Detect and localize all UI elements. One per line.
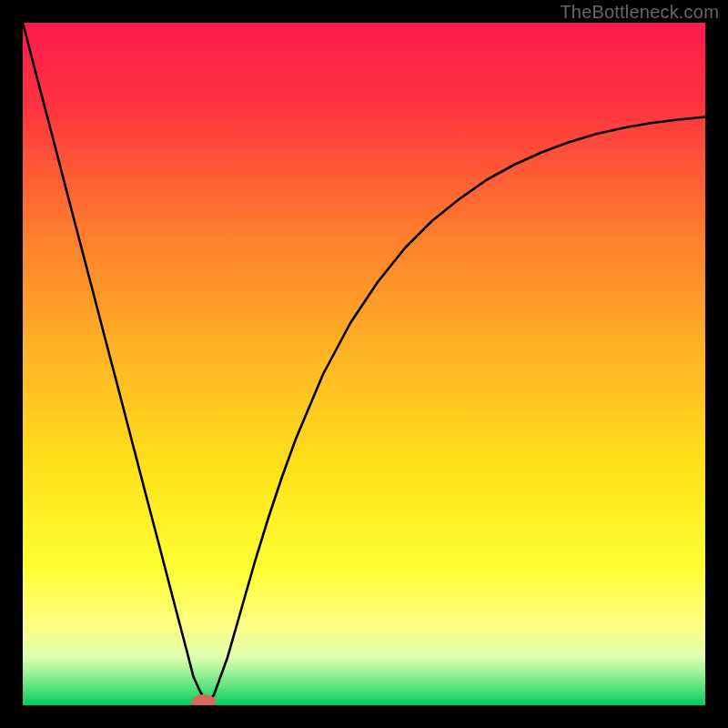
bottleneck-chart <box>23 23 705 705</box>
watermark-label: TheBottleneck.com <box>560 2 719 23</box>
chart-frame: TheBottleneck.com <box>0 0 728 728</box>
chart-background <box>23 23 705 705</box>
